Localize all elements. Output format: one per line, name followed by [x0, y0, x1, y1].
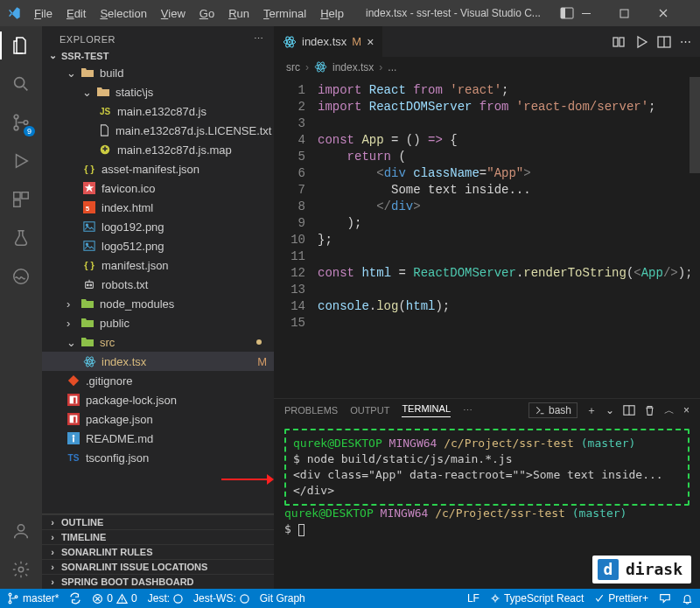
- status-sync-icon[interactable]: [69, 592, 81, 605]
- breadcrumbs[interactable]: src›index.tsx›...: [274, 57, 700, 77]
- code-content[interactable]: import React from 'react';import ReactDO…: [314, 77, 700, 398]
- file-index-tsx[interactable]: index.tsxM: [42, 352, 274, 371]
- accounts-icon[interactable]: [9, 519, 33, 543]
- file-asset-manifest-json[interactable]: { }asset-manifest.json: [42, 159, 274, 178]
- menu-terminal[interactable]: Terminal: [257, 3, 312, 24]
- compare-changes-icon[interactable]: [612, 35, 626, 49]
- run-file-icon[interactable]: [634, 35, 648, 49]
- menu-help[interactable]: Help: [314, 3, 350, 24]
- file-readme-md[interactable]: README.md: [42, 429, 274, 448]
- split-terminal-icon[interactable]: [623, 404, 635, 416]
- status-feedback-icon[interactable]: [659, 592, 671, 605]
- svg-point-59: [241, 594, 248, 602]
- terminal-content[interactable]: qurek@DESKTOP MINGW64 /c/Project/ssr-tes…: [274, 422, 700, 589]
- settings-gear-icon[interactable]: [9, 557, 33, 582]
- folder-open-icon: [80, 335, 94, 349]
- search-icon[interactable]: [9, 72, 33, 96]
- file-logo192-png[interactable]: logo192.png: [42, 217, 274, 236]
- minimap[interactable]: [690, 77, 700, 398]
- file-favicon-ico[interactable]: favicon.ico: [42, 178, 274, 198]
- file-logo512-png[interactable]: logo512.png: [42, 236, 274, 255]
- dirask-label: dirask: [626, 562, 682, 577]
- panel-more-icon[interactable]: ⋯: [463, 405, 472, 416]
- minimap-scroller[interactable]: [690, 77, 700, 173]
- file--gitignore[interactable]: .gitignore: [42, 371, 274, 390]
- chevron-right-icon: ›: [47, 532, 58, 542]
- breadcrumb-item[interactable]: index.tsx: [332, 61, 374, 73]
- file-robots-txt[interactable]: robots.txt: [42, 275, 274, 294]
- tab-close-icon[interactable]: ×: [367, 35, 374, 49]
- status-problems[interactable]: 0 0: [92, 592, 136, 605]
- editor-tab[interactable]: index.tsx M ×: [274, 26, 383, 57]
- status-prettier[interactable]: Prettier+: [594, 592, 648, 605]
- section-sonarlint-rules[interactable]: ›SONARLINT RULES: [42, 544, 274, 559]
- menu-bar: FileEditSelectionViewGoRunTerminalHelp: [28, 3, 350, 24]
- section-sonarlint-issue-locations[interactable]: ›SONARLINT ISSUE LOCATIONS: [42, 559, 274, 574]
- section-timeline[interactable]: ›TIMELINE: [42, 529, 274, 544]
- terminal-dropdown-icon[interactable]: ⌄: [606, 404, 614, 416]
- close-window-button[interactable]: [658, 4, 693, 22]
- svg-point-58: [174, 594, 182, 602]
- status-notifications-icon[interactable]: [682, 593, 693, 605]
- sidebar-more-icon[interactable]: ⋯: [254, 33, 264, 45]
- breadcrumb-item[interactable]: src: [286, 61, 300, 73]
- file-tsconfig-json[interactable]: TStsconfig.json: [42, 448, 274, 467]
- project-section-header[interactable]: ⌄ SSR-TEST: [42, 48, 274, 63]
- breadcrumb-item[interactable]: ...: [388, 61, 396, 73]
- section-outline[interactable]: ›OUTLINE: [42, 514, 274, 529]
- tree-item-label: index.html: [102, 201, 153, 214]
- menu-view[interactable]: View: [155, 3, 192, 24]
- status-language[interactable]: TypeScript React: [490, 592, 584, 605]
- menu-file[interactable]: File: [28, 3, 59, 24]
- status-git-graph[interactable]: Git Graph: [260, 592, 305, 605]
- status-jest-ws[interactable]: Jest-WS:: [193, 592, 249, 605]
- status-jest[interactable]: Jest:: [148, 592, 183, 605]
- terminal-highlight-box: qurek@DESKTOP MINGW64 /c/Project/ssr-tes…: [284, 429, 690, 506]
- terminal-profile-selector[interactable]: bash: [528, 402, 578, 418]
- section-spring-boot-dashboard[interactable]: ›SPRING BOOT DASHBOARD: [42, 574, 274, 589]
- status-branch[interactable]: master*: [7, 592, 59, 605]
- menu-go[interactable]: Go: [193, 3, 220, 24]
- svg-point-6: [14, 126, 18, 130]
- panel-tab-problems[interactable]: PROBLEMS: [284, 405, 338, 416]
- file-index-html[interactable]: 5index.html: [42, 198, 274, 217]
- menu-run[interactable]: Run: [222, 3, 256, 24]
- file-main-e132c87d-js-map[interactable]: main.e132c87d.js.map: [42, 140, 274, 159]
- chevron-right-icon: ›: [47, 577, 58, 587]
- folder-public[interactable]: ›public: [42, 313, 274, 332]
- tree-item-label: logo192.png: [102, 220, 164, 234]
- new-terminal-icon[interactable]: ＋: [586, 403, 597, 418]
- file-package-json[interactable]: package.json: [42, 409, 274, 429]
- panel-tab-terminal[interactable]: TERMINAL: [402, 403, 451, 417]
- panel-tab-output[interactable]: OUTPUT: [350, 405, 389, 416]
- chevron-right-icon: ›: [47, 517, 58, 528]
- file-main-e132c87d-js[interactable]: JSmain.e132c87d.js: [42, 101, 274, 121]
- menu-selection[interactable]: Selection: [94, 3, 152, 24]
- status-eol[interactable]: LF: [467, 592, 480, 605]
- explorer-icon[interactable]: [9, 33, 33, 58]
- file-main-e132c87d-js-license-txt[interactable]: main.e132c87d.js.LICENSE.txt: [42, 121, 274, 140]
- folder-static-js[interactable]: ⌄static\js: [42, 82, 274, 101]
- code-editor[interactable]: 123456789101112131415 import React from …: [274, 77, 700, 398]
- source-control-icon[interactable]: 9: [9, 110, 33, 135]
- folder-src[interactable]: ⌄src: [42, 332, 274, 352]
- layout-toggle-icon[interactable]: [556, 4, 578, 22]
- maximize-panel-icon[interactable]: ︿: [664, 403, 675, 418]
- testing-icon[interactable]: [9, 226, 33, 250]
- run-debug-icon[interactable]: [9, 149, 33, 173]
- sonarlint-icon[interactable]: [9, 264, 33, 289]
- file-package-lock-json[interactable]: package-lock.json: [42, 390, 274, 409]
- vscode-logo-icon: [7, 6, 21, 20]
- kill-terminal-icon[interactable]: [644, 405, 655, 416]
- extensions-icon[interactable]: [9, 187, 33, 212]
- menu-edit[interactable]: Edit: [60, 3, 92, 24]
- svg-point-7: [24, 121, 28, 125]
- maximize-button[interactable]: [620, 5, 654, 22]
- editor-more-icon[interactable]: ⋯: [680, 35, 691, 49]
- folder-node-modules[interactable]: ›node_modules: [42, 294, 274, 313]
- minimize-button[interactable]: [581, 4, 616, 22]
- file-manifest-json[interactable]: { }manifest.json: [42, 255, 274, 275]
- split-editor-icon[interactable]: [657, 35, 671, 49]
- folder-build[interactable]: ⌄build: [42, 63, 274, 82]
- close-panel-icon[interactable]: ×: [683, 404, 690, 416]
